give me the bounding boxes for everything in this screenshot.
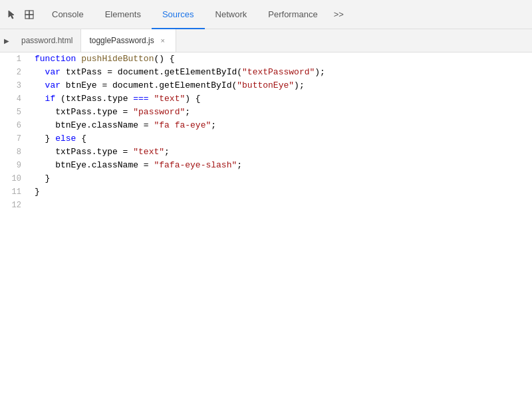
code-line: 10 }: [0, 172, 532, 185]
line-number: 10: [0, 172, 27, 185]
code-line: 7 } else {: [0, 132, 532, 146]
line-number: 11: [0, 185, 27, 199]
tab-sources[interactable]: Sources: [152, 1, 205, 29]
file-tab-password-html[interactable]: password.html: [13, 29, 81, 52]
code-line: 2 var txtPass = document.getElementById(…: [0, 66, 532, 79]
code-line: 1function pushHideButton() {: [0, 52, 532, 66]
line-number: 9: [0, 159, 27, 172]
code-table: 1function pushHideButton() {2 var txtPas…: [0, 52, 532, 212]
line-content: [27, 199, 532, 212]
line-number: 6: [0, 119, 27, 132]
file-tab-toggle-password-js[interactable]: togglePassword.js ×: [81, 29, 176, 52]
svg-rect-0: [25, 11, 29, 15]
tab-network[interactable]: Network: [205, 1, 258, 29]
svg-rect-1: [29, 11, 33, 15]
svg-rect-3: [29, 15, 33, 19]
line-number: 1: [0, 52, 27, 66]
line-number: 2: [0, 66, 27, 79]
line-content: var btnEye = document.getElementById("bu…: [27, 79, 532, 92]
line-number: 8: [0, 146, 27, 159]
tab-elements[interactable]: Elements: [94, 1, 152, 29]
line-content: txtPass.type = "text";: [27, 146, 532, 159]
line-content: }: [27, 172, 532, 185]
code-line: 5 txtPass.type = "password";: [0, 106, 532, 119]
line-number: 5: [0, 106, 27, 119]
svg-rect-2: [25, 15, 29, 19]
line-number: 7: [0, 132, 27, 146]
code-line: 8 txtPass.type = "text";: [0, 146, 532, 159]
code-line: 9 btnEye.className = "fafa-eye-slash";: [0, 159, 532, 172]
line-content: btnEye.className = "fafa-eye-slash";: [27, 159, 532, 172]
code-editor[interactable]: 1function pushHideButton() {2 var txtPas…: [0, 52, 532, 406]
code-line: 11}: [0, 185, 532, 199]
line-number: 12: [0, 199, 27, 212]
line-content: function pushHideButton() {: [27, 52, 532, 66]
line-content: if (txtPass.type === "text") {: [27, 92, 532, 106]
line-content: } else {: [27, 132, 532, 146]
code-line: 12: [0, 199, 532, 212]
close-tab-icon[interactable]: ×: [158, 36, 168, 45]
cursor-icon[interactable]: [5, 8, 19, 21]
tab-console[interactable]: Console: [41, 1, 94, 29]
line-number: 3: [0, 79, 27, 92]
layers-icon[interactable]: [23, 8, 36, 21]
tab-performance[interactable]: Performance: [257, 1, 328, 29]
line-content: btnEye.className = "fa fa-eye";: [27, 119, 532, 132]
line-content: txtPass.type = "password";: [27, 106, 532, 119]
code-line: 3 var btnEye = document.getElementById("…: [0, 79, 532, 92]
line-content: }: [27, 185, 532, 199]
toolbar-icons: [0, 0, 41, 29]
code-line: 6 btnEye.className = "fa fa-eye";: [0, 119, 532, 132]
main-tab-bar: Console Elements Sources Network Perform…: [0, 0, 532, 29]
file-tab-arrow[interactable]: ▶: [0, 29, 13, 52]
code-line: 4 if (txtPass.type === "text") {: [0, 92, 532, 106]
tab-more[interactable]: >>: [329, 0, 349, 29]
line-number: 4: [0, 92, 27, 106]
line-content: var txtPass = document.getElementById("t…: [27, 66, 532, 79]
file-tab-bar: ▶ password.html togglePassword.js ×: [0, 29, 532, 52]
